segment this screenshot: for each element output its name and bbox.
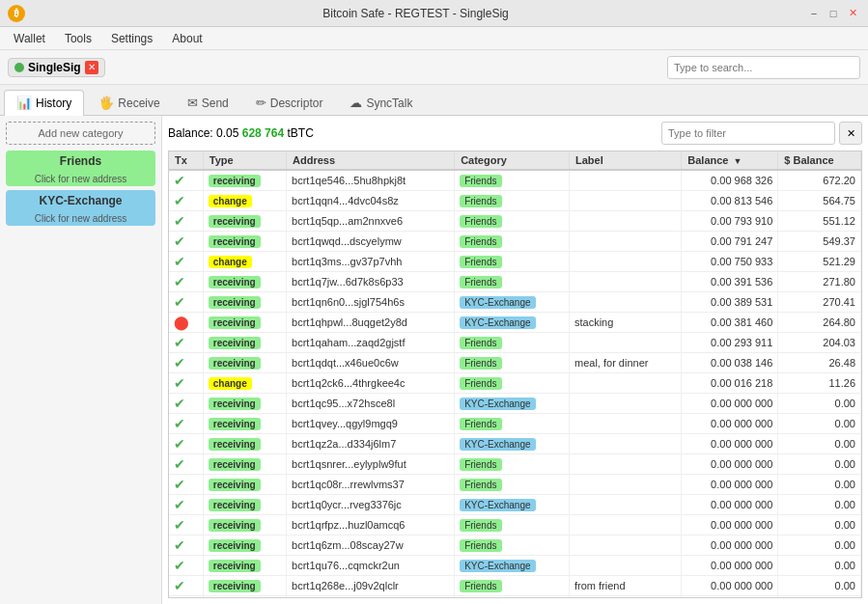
cell-dollar-balance: 551.12 [778,211,861,232]
cell-tx: ✔ [169,475,203,495]
cell-tx: ✔ [169,434,203,454]
minimize-button[interactable]: − [806,6,822,21]
cell-type: receiving [203,232,286,252]
table-row: ✔ change bcrt1q2ck6...4thrgkee4c Friends… [169,373,861,394]
cell-category: KYC-Exchange [455,292,570,313]
sidebar-item-kyc-exchange[interactable]: KYC-Exchange Click for new address [6,190,155,226]
menu-wallet[interactable]: Wallet [4,30,55,47]
cell-tx: ✔ [169,596,203,599]
cell-label [570,373,682,394]
close-button[interactable]: ✕ [845,6,860,21]
cell-dollar-balance: 0.00 [778,576,861,596]
menu-tools[interactable]: Tools [55,30,101,47]
menu-about[interactable]: About [162,30,211,47]
cell-label [570,515,682,535]
table-row: ✔ receiving bcrt1qe546...5hu8hpkj8t Frie… [169,170,861,191]
cell-address: bcrt1qrfpz...huzl0amcq6 [287,515,455,535]
cell-address: bcrt1qdqt...x46ue0c6w [287,353,455,373]
cell-address: bcrt1q6zm...08scay27w [287,535,455,556]
cell-tx: ✔ [169,495,203,515]
cell-dollar-balance: 0.00 [778,535,861,556]
cell-address: bcrt1qn6n0...sjgl754h6s [287,292,455,313]
cell-address: bcrt1qu76...cqmckr2un [287,556,455,576]
filter-input[interactable] [661,122,835,145]
transactions-table-container[interactable]: Tx Type Address Category Label Balance ▼… [168,151,862,598]
menubar: Wallet Tools Settings About [0,27,868,50]
cell-tx: ✔ [169,292,203,313]
menu-settings[interactable]: Settings [101,30,162,47]
cell-type: receiving [203,495,286,515]
cell-balance: 0.00 000 000 [682,535,778,556]
cell-category: KYC-Exchange [455,495,570,515]
friends-category-label: Friends [6,151,155,172]
sidebar: Add new category Friends Click for new a… [0,116,162,604]
synctalk-tab-icon: ☁ [350,96,362,110]
tab-receive[interactable]: 🖐 Receive [86,90,172,115]
col-label[interactable]: Label [570,151,682,170]
table-row: ✔ change bcrt1qqn4...4dvc04s8z Friends 0… [169,191,861,211]
cell-category: Friends [455,414,570,434]
cell-category: KYC-Exchange [455,556,570,576]
table-row: ✔ receiving bcrt1qdqt...x46ue0c6w Friend… [169,353,861,373]
cell-dollar-balance: 521.29 [778,252,861,272]
tab-synctalk[interactable]: ☁ SyncTalk [337,90,425,115]
tab-history[interactable]: 📊 History [4,90,84,116]
cell-type: receiving [203,292,286,313]
connection-status-dot [14,63,24,72]
cell-label [570,272,682,292]
kyc-new-address-button[interactable]: Click for new address [6,211,155,226]
col-dollar-balance[interactable]: $ Balance [778,151,861,170]
cell-balance: 0.00 000 000 [682,556,778,576]
cell-balance: 0.00 000 000 [682,596,778,599]
table-row: ✔ receiving bcrt1qrfpz...huzl0amcq6 Frie… [169,515,861,535]
cell-type: receiving [203,353,286,373]
cell-tx: ✔ [169,353,203,373]
filter-clear-button[interactable]: ✕ [839,122,862,145]
cell-dollar-balance: 270.41 [778,292,861,313]
cell-type: receiving [203,515,286,535]
cell-label [570,434,682,454]
wallet-close-button[interactable]: ✕ [85,61,98,74]
cell-balance: 0.00 968 326 [682,170,778,191]
cell-address: bcrt1q3ms...gv37p7vhh [287,252,455,272]
cell-tx: ✔ [169,576,203,596]
tab-history-label: History [36,96,71,110]
cell-balance: 0.00 750 933 [682,252,778,272]
tab-send-label: Send [202,96,229,110]
balance-prefix: Balance: 0.05 [168,126,242,140]
cell-tx: ✔ [169,535,203,556]
cell-category: Friends [455,170,570,191]
cell-label [570,232,682,252]
cell-label [570,535,682,556]
cell-dollar-balance: 0.00 [778,495,861,515]
cell-address: bcrt1qvey...qgyl9mgq9 [287,414,455,434]
receive-tab-icon: 🖐 [98,96,114,110]
col-type[interactable]: Type [203,151,286,170]
cell-address: bcrt1qsnrer...eylyplw9fut [287,454,455,475]
sidebar-item-friends[interactable]: Friends Click for new address [6,151,155,186]
col-balance[interactable]: Balance ▼ [682,151,778,170]
col-address[interactable]: Address [287,151,455,170]
cell-dollar-balance: 0.00 [778,454,861,475]
balance-display: Balance: 0.05 628 764 tBTC [168,126,314,140]
cell-tx: ✔ [169,272,203,292]
tab-send[interactable]: ✉ Send [175,90,241,115]
cell-type: receiving [203,596,286,599]
cell-tx: ✔ [169,252,203,272]
col-category[interactable]: Category [455,151,570,170]
search-input[interactable] [667,56,860,79]
cell-dollar-balance: 0.00 [778,515,861,535]
cell-label [570,475,682,495]
cell-balance: 0.00 000 000 [682,454,778,475]
cell-label [570,454,682,475]
cell-category: Friends [455,353,570,373]
cell-category: KYC-Exchange [455,313,570,333]
maximize-button[interactable]: □ [826,6,841,21]
col-tx[interactable]: Tx [169,151,203,170]
friends-new-address-button[interactable]: Click for new address [6,172,155,186]
wallet-name: SingleSig [28,61,81,74]
add-category-button[interactable]: Add new category [6,122,155,145]
cell-category: Friends [455,333,570,353]
tab-descriptor[interactable]: ✏ Descriptor [243,90,336,115]
table-row: ✔ receiving bcrt1qsnrer...eylyplw9fut Fr… [169,454,861,475]
